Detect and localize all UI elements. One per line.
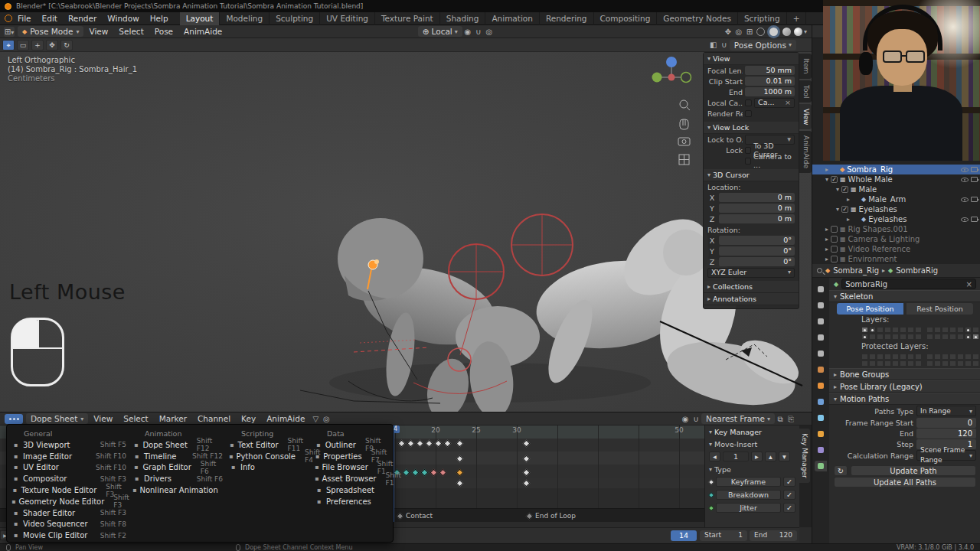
workspace-tab[interactable]: Texture Paint <box>375 12 440 25</box>
layer-cell[interactable] <box>915 360 922 367</box>
move-right-button[interactable]: ▸ <box>751 452 763 461</box>
key-manager-header[interactable]: ▾Key Manager <box>705 425 799 438</box>
collection-checkbox[interactable]: ✓ <box>841 206 848 213</box>
collection-checkbox[interactable] <box>831 226 838 233</box>
dope-sheet-mode-dropdown[interactable]: Dope Sheet▾ <box>26 413 88 424</box>
layer-cell[interactable] <box>900 354 906 360</box>
snap-toggle-icon[interactable]: ∪ <box>719 40 730 50</box>
to-3d-cursor-checkbox[interactable] <box>745 147 751 154</box>
workspace-tab[interactable]: Animation <box>485 12 540 25</box>
viewport-menu[interactable]: AnimAide <box>178 27 227 36</box>
dope-sheet-menu[interactable]: Select <box>118 414 153 423</box>
workspace-tab[interactable]: Scripting <box>738 12 787 25</box>
paths-type-dropdown[interactable]: In Range▾ <box>916 406 976 416</box>
layer-cell[interactable] <box>869 334 876 340</box>
layer-cell[interactable] <box>926 360 933 367</box>
layer-cell[interactable] <box>900 360 906 367</box>
timeline-marker[interactable]: End of Loop <box>527 512 576 520</box>
outliner-item-name[interactable]: Eyelashes <box>859 205 959 214</box>
outliner-row[interactable]: ▸ ▦ Video Reference <box>812 244 980 254</box>
workspace-tab[interactable]: + <box>787 12 807 25</box>
ghost-filter-icon[interactable]: ◎ <box>321 414 332 424</box>
expand-icon[interactable]: ▸ <box>844 216 852 223</box>
outliner-item-name[interactable]: Camera & Lighting <box>848 235 959 243</box>
layer-cell[interactable] <box>926 327 933 333</box>
layer-cell[interactable] <box>972 334 979 340</box>
xray-toggle-icon[interactable]: ◧ <box>708 40 719 50</box>
cursor-rotation-field[interactable]: 0° <box>719 236 795 245</box>
outliner-row[interactable]: ▸ ▦ Environment <box>812 254 980 264</box>
layer-cell[interactable] <box>900 334 906 340</box>
expand-icon[interactable]: ▸ <box>823 236 831 243</box>
layer-cell[interactable] <box>869 354 876 360</box>
viewport-menu[interactable]: Select <box>113 27 149 36</box>
layer-cell[interactable] <box>926 334 933 340</box>
editor-type-button-active[interactable] <box>5 414 23 424</box>
editor-menu-item[interactable]: ▪ Movie Clip Editor Shift F2 <box>11 530 126 541</box>
dope-sheet-menu[interactable]: Key <box>236 414 261 423</box>
layer-cell[interactable] <box>884 327 891 333</box>
layer-cell[interactable] <box>965 354 972 360</box>
show-gizmo-button[interactable]: ✥ <box>723 27 733 37</box>
properties-tab[interactable] <box>815 412 827 423</box>
protected-layers-grid-1[interactable] <box>861 354 922 367</box>
layer-cell[interactable] <box>949 354 956 360</box>
layer-cell[interactable] <box>942 327 949 333</box>
n-panel-tab[interactable]: Item <box>799 54 812 79</box>
shading-dropdown[interactable]: ▾ <box>804 28 807 35</box>
collection-checkbox[interactable] <box>831 236 838 243</box>
properties-tab[interactable] <box>815 429 827 439</box>
layer-cell[interactable] <box>942 334 949 340</box>
layer-cell[interactable] <box>957 327 964 333</box>
properties-tab[interactable] <box>815 364 827 375</box>
topbar-menu[interactable]: Edit <box>37 14 63 23</box>
cursor-tool-button[interactable]: + <box>31 40 44 51</box>
rotate-tool-button[interactable]: ↻ <box>60 40 73 51</box>
navigation-gizmo[interactable] <box>647 52 696 101</box>
hide-eye-icon[interactable] <box>961 217 969 222</box>
editor-menu-item[interactable]: ▪ Info <box>229 462 309 474</box>
layer-cell[interactable] <box>915 354 922 360</box>
layer-cell[interactable] <box>942 360 949 367</box>
layer-cell[interactable] <box>949 360 956 367</box>
outliner-row[interactable]: ▸ ◆ Eyelashes <box>812 214 980 224</box>
outliner-item-name[interactable]: Whole Male <box>848 175 959 184</box>
editor-menu-item[interactable]: ▪ Text Editor Shift F11 <box>229 439 309 451</box>
snap-magnet-button[interactable]: ∪ <box>473 27 484 37</box>
search-icon[interactable] <box>817 268 822 273</box>
pose-position-button[interactable]: Pose Position <box>837 303 903 315</box>
editor-menu-item[interactable]: ▪ Spreadsheet <box>315 484 388 496</box>
proportional-icon[interactable]: ◉ <box>680 414 691 424</box>
snap-mode-dropdown[interactable]: Nearest Frame▾ <box>701 413 775 424</box>
expand-icon[interactable]: ▸ <box>823 166 831 173</box>
motion-paths-panel-header[interactable]: ▾Motion Paths <box>829 393 980 405</box>
expand-icon[interactable]: ▸ <box>823 256 831 262</box>
collection-checkbox[interactable]: ✓ <box>841 186 848 193</box>
expand-icon[interactable]: ▸ <box>844 196 852 203</box>
editor-type-button[interactable]: ⊞▾ <box>4 27 15 37</box>
topbar-menu[interactable]: File <box>12 14 37 23</box>
render-region-checkbox[interactable] <box>745 110 752 117</box>
layer-cell[interactable] <box>965 327 972 333</box>
frame-start-field[interactable]: Start1 <box>700 530 747 541</box>
layer-cell[interactable] <box>861 327 868 333</box>
collection-checkbox[interactable] <box>831 256 838 262</box>
properties-tab[interactable] <box>815 445 827 455</box>
layer-cell[interactable] <box>926 354 933 360</box>
tweak-tool-button[interactable]: ⌖ <box>2 40 15 51</box>
layers-grid-1[interactable] <box>861 327 922 340</box>
layer-cell[interactable] <box>877 354 884 360</box>
viewport-side-buttons[interactable] <box>677 98 694 168</box>
layer-cell[interactable] <box>884 360 891 367</box>
view-lock-panel-header[interactable]: ▾View Lock <box>704 122 799 134</box>
dope-sheet-menu[interactable]: Marker <box>154 414 192 423</box>
properties-tab[interactable] <box>815 348 827 359</box>
euler-order-dropdown[interactable]: XYZ Euler▾ <box>707 268 795 278</box>
properties-tab[interactable] <box>815 396 827 407</box>
type-header[interactable]: ▾Type <box>705 463 799 475</box>
layer-cell[interactable] <box>892 354 899 360</box>
properties-tab[interactable] <box>815 300 827 311</box>
editor-menu-item[interactable]: ▪ Video Sequencer Shift F8 <box>11 519 126 530</box>
update-path-button[interactable]: Update Path <box>851 465 976 476</box>
clip-start-field[interactable]: 0.01 m <box>745 77 795 86</box>
